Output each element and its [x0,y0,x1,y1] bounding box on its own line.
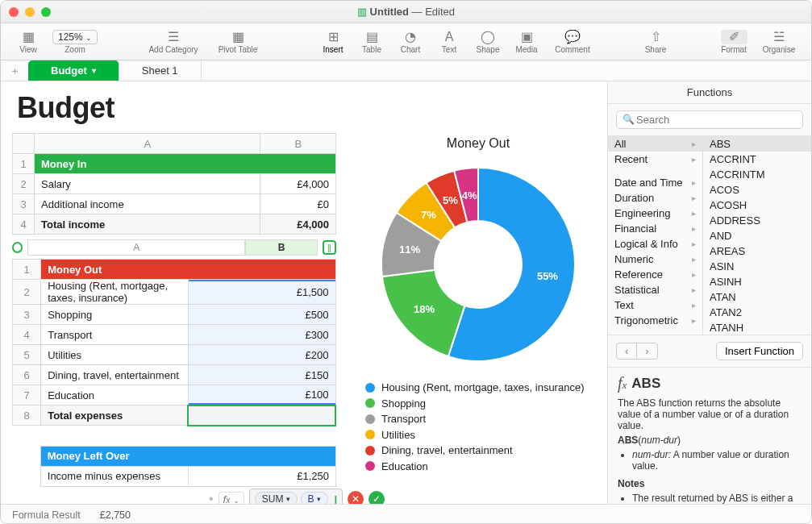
insert-function-button[interactable]: Insert Function [716,342,803,360]
category-all[interactable]: All▸ [608,136,702,152]
cell-label[interactable]: Dining, travel, entertainment [41,365,189,385]
help-nav-buttons[interactable]: ‹ › [616,343,658,360]
function-asinh[interactable]: ASINH [703,274,811,289]
function-atan[interactable]: ATAN [703,289,811,305]
total-label[interactable]: Total income [35,214,260,235]
function-acos[interactable]: ACOS [703,182,811,198]
section-header-money-in[interactable]: Money In [35,154,336,174]
cell-value[interactable]: £500 [188,305,335,325]
organise-button[interactable]: ☱ Organise [756,30,802,54]
formula-cancel-button[interactable]: ✕ [348,491,364,504]
cell-label[interactable]: Salary [35,174,260,194]
function-accrintm[interactable]: ACCRINTM [703,167,811,182]
function-name-list[interactable]: ABSACCRINTACCRINTMACOSACOSHADDRESSANDARE… [703,136,811,335]
cell-value[interactable]: £1,500 [188,280,335,305]
cell-label[interactable]: Shopping [41,305,189,325]
category-numeric[interactable]: Numeric▸ [608,252,702,267]
text-button[interactable]: A Text [430,30,468,54]
category-date-and-time[interactable]: Date and Time▸ [608,175,702,190]
category-financial[interactable]: Financial▸ [608,221,702,236]
formula-function-pill[interactable]: SUM▾ [255,492,298,504]
total-value[interactable]: £4,000 [260,214,336,235]
cell-label[interactable]: Income minus expenses [40,466,188,486]
cell-value[interactable]: £4,000 [260,174,336,194]
sheet-tab-sheet1[interactable]: Sheet 1 [119,60,202,81]
col-header-B-selected[interactable]: B [245,239,318,256]
formula-accept-button[interactable]: ✓ [369,491,385,504]
cell-label[interactable]: Housing (Rent, mortgage, taxes, insuranc… [41,280,189,305]
cell-value[interactable]: £0 [260,194,336,214]
formula-box[interactable]: SUM▾ B ▾ | [249,489,343,504]
shape-button[interactable]: ◯ Shape [468,30,507,54]
comment-button[interactable]: 💬 Comment [546,30,599,54]
media-button[interactable]: ▣ Media [507,30,546,54]
cell-label[interactable]: Education [41,385,189,405]
cell-label[interactable]: Additional income [35,194,260,214]
cell-value[interactable]: £200 [188,345,335,365]
help-forward-button[interactable]: › [636,343,656,359]
cell-value[interactable]: £1,250 [188,466,335,486]
section-header-money-out[interactable]: Money Out [41,260,335,280]
function-abs[interactable]: ABS [703,136,811,152]
category-recent[interactable]: Recent▸ [608,152,702,167]
insert-button[interactable]: ⊞ Insert [314,30,352,54]
legend-swatch [365,430,375,439]
category-reference[interactable]: Reference▸ [608,267,702,282]
category-statistical[interactable]: Statistical▸ [608,282,702,297]
function-atan2[interactable]: ATAN2 [703,305,811,320]
minimise-window-icon[interactable] [25,7,35,17]
cell-value[interactable]: £300 [188,325,335,345]
add-sheet-button[interactable]: ＋ [1,60,28,81]
fullscreen-window-icon[interactable] [41,7,51,17]
formula-arg-pill[interactable]: B ▾ [301,492,328,504]
category-logical-info[interactable]: Logical & Info▸ [608,236,702,252]
function-asin[interactable]: ASIN [703,259,811,274]
zoom-value[interactable]: 125% ⌄ [52,30,98,44]
table-money-in[interactable]: A B 1Money In 2Salary£4,000 3Additional … [12,133,336,235]
category-engineering[interactable]: Engineering▸ [608,206,702,221]
function-address[interactable]: ADDRESS [703,213,811,228]
category-duration[interactable]: Duration▸ [608,190,702,206]
total-label[interactable]: Total expenses [41,405,189,426]
formula-cell-editing[interactable] [188,405,335,426]
cell-value[interactable]: £150 [188,365,335,385]
function-and[interactable]: AND [703,228,811,243]
category-text[interactable]: Text▸ [608,297,702,313]
col-header-B[interactable]: B [260,134,336,154]
cell-value[interactable]: £100 [188,385,335,405]
shape-label: Shape [477,45,500,54]
format-button[interactable]: ✐ Format [711,30,756,54]
formula-editor[interactable]: • fx ⌄ SUM▾ B ▾ | ✕ ✓ [209,489,385,504]
organise-icon: ☱ [773,30,785,44]
function-acosh[interactable]: ACOSH [703,198,811,213]
function-areas[interactable]: AREAS [703,243,811,259]
function-atanh[interactable]: ATANH [703,320,811,335]
view-button[interactable]: ▦ View [10,30,46,54]
chart-button[interactable]: ◔ Chart [391,30,430,54]
table-money-left-over[interactable]: Money Left Over Income minus expenses£1,… [12,446,336,487]
cell-label[interactable]: Utilities [41,345,189,365]
function-search-input[interactable] [616,110,803,129]
function-accrint[interactable]: ACCRINT [703,152,811,167]
zoom-control[interactable]: 125% ⌄ Zoom [46,30,104,54]
share-button[interactable]: ⇧ Share [635,30,676,54]
sheet-tab-budget[interactable]: Budget [28,60,119,81]
category-trigonometric[interactable]: Trigonometric▸ [608,313,702,328]
close-window-icon[interactable] [9,7,19,17]
col-header-A[interactable]: A [35,134,260,154]
function-category-list[interactable]: All▸Recent▸Date and Time▸Duration▸Engine… [608,136,703,335]
comment-label: Comment [555,45,589,54]
table-money-out[interactable]: 1Money Out 2Housing (Rent, mortgage, tax… [12,259,336,426]
pivot-table-button[interactable]: ▦ Pivot Table [207,30,269,54]
section-header-left-over[interactable]: Money Left Over [40,446,335,466]
add-category-button[interactable]: ☰ Add Category [139,30,207,54]
fx-icon[interactable]: fx ⌄ [219,492,244,505]
col-header-A[interactable]: A [27,239,245,256]
table-corner-handle[interactable] [12,242,23,253]
chart-money-out[interactable]: Money Out 55%18%11%7%5%4% Housing (Rent,… [360,133,596,487]
help-back-button[interactable]: ‹ [617,343,636,359]
column-add-handle[interactable]: ‖ [323,240,336,255]
cell-label[interactable]: Transport [41,325,189,345]
canvas[interactable]: Budget A B 1Money In 2Salary£4,000 3Addi… [1,81,608,504]
table-button[interactable]: ▤ Table [352,30,391,54]
